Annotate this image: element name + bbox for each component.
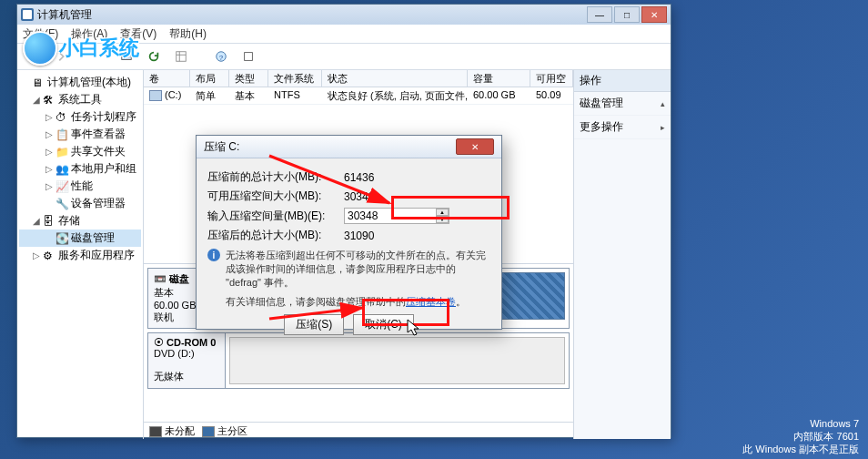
chevron-down-icon: ▴ xyxy=(661,99,665,108)
col-status[interactable]: 状态 xyxy=(322,70,468,87)
tree-performance[interactable]: ▷📈性能 xyxy=(19,178,141,195)
col-free[interactable]: 可用空 xyxy=(530,70,573,87)
folder-icon: 📁 xyxy=(56,146,68,158)
users-icon: 👥 xyxy=(56,163,68,176)
tree-disk-management[interactable]: 💽磁盘管理 xyxy=(19,230,141,247)
forward-button[interactable] xyxy=(50,46,72,67)
value-total-after: 31090 xyxy=(344,230,490,242)
cancel-button[interactable]: 取消(C) xyxy=(353,314,414,335)
tree-system-tools[interactable]: ◢🛠系统工具 xyxy=(19,91,141,108)
label-available-shrink: 可用压缩空间大小(MB): xyxy=(207,189,344,204)
tree-shared-folders[interactable]: ▷📁共享文件夹 xyxy=(19,143,141,160)
swatch-primary xyxy=(202,426,215,437)
event-icon: 📋 xyxy=(56,128,68,141)
window-title: 计算机管理 xyxy=(37,7,92,23)
toolbar-icon-5[interactable] xyxy=(237,46,259,67)
close-button[interactable]: ✕ xyxy=(641,6,667,23)
storage-icon: 🗄 xyxy=(43,215,56,228)
tools-icon: 🛠 xyxy=(43,94,56,107)
col-layout[interactable]: 布局 xyxy=(190,70,229,87)
chevron-right-icon: ▸ xyxy=(661,123,665,132)
toolbar: 小白系统 ? xyxy=(17,44,671,70)
cdrom-empty xyxy=(229,337,565,384)
svg-rect-0 xyxy=(122,54,132,60)
actions-disk-mgmt[interactable]: 磁盘管理▴ xyxy=(574,92,671,116)
tree-local-users[interactable]: ▷👥本地用户和组 xyxy=(19,160,141,178)
swatch-unallocated xyxy=(149,426,162,437)
disk-icon: 💽 xyxy=(56,232,68,245)
tree-event-viewer[interactable]: ▷📋事件查看器 xyxy=(19,126,141,143)
tree-services-apps[interactable]: ▷⚙服务和应用程序 xyxy=(19,247,141,264)
dialog-titlebar[interactable]: 压缩 C: ✕ xyxy=(197,136,501,158)
titlebar[interactable]: 计算机管理 — □ ✕ xyxy=(17,5,671,25)
menu-file[interactable]: 文件(F) xyxy=(23,26,58,42)
label-enter-amount: 输入压缩空间量(MB)(E): xyxy=(207,209,344,224)
actions-pane: 操作 磁盘管理▴ 更多操作▸ xyxy=(573,70,671,439)
nav-tree[interactable]: 🖥计算机管理(本地) ◢🛠系统工具 ▷⏱任务计划程序 ▷📋事件查看器 ▷📁共享文… xyxy=(17,70,144,439)
label-total-after: 压缩后的总计大小(MB): xyxy=(207,228,344,243)
actions-more[interactable]: 更多操作▸ xyxy=(574,116,671,139)
dialog-title: 压缩 C: xyxy=(204,139,239,155)
desktop: 计算机管理 — □ ✕ 文件(F) 操作(A) 查看(V) 帮助(H) 小白系统 xyxy=(0,0,868,459)
menu-help[interactable]: 帮助(H) xyxy=(169,26,207,42)
label-total-before: 压缩前的总计大小(MB): xyxy=(207,169,344,185)
tree-task-scheduler[interactable]: ▷⏱任务计划程序 xyxy=(19,108,141,126)
volume-icon xyxy=(149,90,162,101)
windows-watermark: Windows 7 内部版本 7601 此 Windows 副本不是正版 xyxy=(742,417,859,455)
dialog-close-button[interactable]: ✕ xyxy=(456,138,494,155)
actions-header: 操作 xyxy=(574,70,671,92)
tree-root[interactable]: 🖥计算机管理(本地) xyxy=(19,74,141,91)
spin-down-button[interactable]: ▼ xyxy=(436,216,449,223)
clock-icon: ⏱ xyxy=(56,111,68,124)
shrink-dialog: 压缩 C: ✕ 压缩前的总计大小(MB):61436 可用压缩空间大小(MB):… xyxy=(196,135,502,330)
info-note-2: 有关详细信息，请参阅磁盘管理帮助中的压缩基本卷。 xyxy=(226,295,490,309)
legend: 未分配 主分区 xyxy=(144,422,573,439)
computer-icon: 🖥 xyxy=(32,76,45,89)
window-icon xyxy=(21,8,34,21)
services-icon: ⚙ xyxy=(43,250,56,262)
cdrom-icon: ⦿ xyxy=(154,337,164,348)
col-type[interactable]: 类型 xyxy=(229,70,268,87)
device-icon: 🔧 xyxy=(56,198,68,210)
volume-list-header[interactable]: 卷 布局 类型 文件系统 状态 容量 可用空 xyxy=(144,70,573,87)
minimize-button[interactable]: — xyxy=(587,6,612,23)
toolbar-icon-1[interactable] xyxy=(116,46,137,67)
maximize-button[interactable]: □ xyxy=(614,6,640,23)
col-filesystem[interactable]: 文件系统 xyxy=(268,70,322,87)
svg-text:?: ? xyxy=(219,54,224,62)
col-volume[interactable]: 卷 xyxy=(144,70,190,87)
help-link[interactable]: 压缩基本卷 xyxy=(406,296,456,307)
spin-up-button[interactable]: ▲ xyxy=(436,209,449,216)
help-button[interactable]: ? xyxy=(210,46,232,67)
value-total-before: 61436 xyxy=(344,171,490,184)
tree-device-manager[interactable]: 🔧设备管理器 xyxy=(19,195,141,212)
info-icon: i xyxy=(207,249,220,261)
col-capacity[interactable]: 容量 xyxy=(468,70,530,87)
refresh-button[interactable] xyxy=(143,46,165,67)
toolbar-icon-3[interactable] xyxy=(170,46,192,67)
shrink-button[interactable]: 压缩(S) xyxy=(284,314,344,335)
menu-action[interactable]: 操作(A) xyxy=(71,26,107,42)
tree-storage[interactable]: ◢🗄存储 xyxy=(19,212,141,230)
menu-view[interactable]: 查看(V) xyxy=(120,26,156,42)
svg-rect-4 xyxy=(245,53,253,61)
perf-icon: 📈 xyxy=(56,180,68,193)
info-note: i 无法将卷压缩到超出任何不可移动的文件所在的点。有关完成该操作时间的详细信息，… xyxy=(207,249,490,290)
shrink-amount-input[interactable] xyxy=(344,208,449,224)
value-available-shrink: 30348 xyxy=(344,190,490,203)
menubar: 文件(F) 操作(A) 查看(V) 帮助(H) xyxy=(17,25,671,44)
svg-rect-1 xyxy=(177,52,187,62)
volume-row-c[interactable]: (C:) 简单 基本 NTFS 状态良好 (系统, 启动, 页面文件, 活动, … xyxy=(144,87,573,105)
disk0-icon: 📼 xyxy=(154,273,167,284)
back-button[interactable] xyxy=(23,46,45,67)
